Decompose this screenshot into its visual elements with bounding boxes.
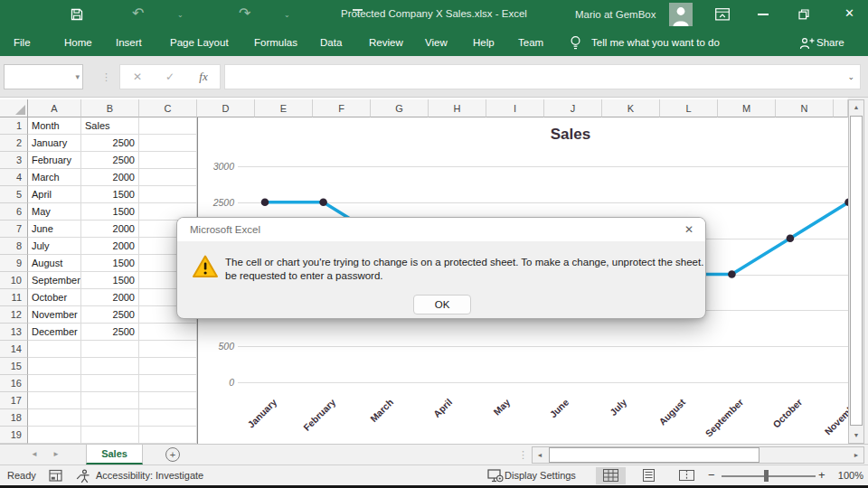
column-header-H[interactable]: H: [429, 99, 486, 117]
zoom-in-button[interactable]: +: [818, 465, 826, 485]
separator-dots-icon[interactable]: ⋮: [101, 64, 111, 89]
row-header-13[interactable]: 13: [0, 324, 28, 341]
cell-B6[interactable]: 1500: [81, 203, 139, 221]
cell-B9[interactable]: 1500: [81, 255, 139, 272]
row-header-3[interactable]: 3: [0, 152, 28, 169]
tab-formulas[interactable]: Formulas: [254, 29, 297, 56]
cell-C5[interactable]: [139, 186, 197, 203]
zoom-slider-thumb[interactable]: [764, 470, 769, 482]
accessibility-icon[interactable]: [76, 469, 92, 483]
cell-C2[interactable]: [139, 135, 197, 152]
horizontal-scroll-thumb[interactable]: [549, 447, 760, 463]
row-header-10[interactable]: 10: [0, 272, 28, 289]
cell-A13[interactable]: December: [28, 324, 81, 341]
cell-C14[interactable]: [139, 341, 197, 358]
cell-C4[interactable]: [139, 169, 197, 186]
minimize-icon[interactable]: [758, 14, 769, 15]
column-header-L[interactable]: L: [660, 99, 718, 117]
column-header-A[interactable]: A: [28, 99, 81, 117]
horizontal-scrollbar[interactable]: ◄ ►: [532, 446, 864, 464]
cell-B19[interactable]: [81, 427, 139, 444]
cell-B10[interactable]: 1500: [81, 272, 139, 289]
tab-home[interactable]: Home: [64, 29, 92, 56]
restore-icon[interactable]: [798, 9, 809, 20]
cell-B7[interactable]: 2000: [81, 221, 139, 238]
cell-B16[interactable]: [81, 375, 139, 392]
tell-me-box[interactable]: Tell me what you want to do: [591, 29, 720, 56]
cell-B13[interactable]: 2500: [81, 324, 139, 341]
cell-A4[interactable]: March: [28, 169, 81, 186]
row-header-19[interactable]: 19: [0, 427, 28, 444]
cell-C19[interactable]: [139, 427, 197, 444]
column-header-G[interactable]: G: [371, 99, 429, 117]
column-header-J[interactable]: J: [544, 99, 602, 117]
column-header-N[interactable]: N: [776, 99, 834, 117]
sheet-nav-next-icon[interactable]: ►: [52, 448, 60, 461]
column-header-K[interactable]: K: [602, 99, 660, 117]
sheet-nav-prev-icon[interactable]: ◄: [31, 448, 38, 461]
redo-dropdown-icon[interactable]: ⌄: [284, 12, 290, 19]
column-header-D[interactable]: D: [197, 99, 255, 117]
accessibility-status[interactable]: Accessibility: Investigate: [96, 465, 203, 485]
add-sheet-button[interactable]: +: [165, 447, 180, 462]
display-settings-button[interactable]: Display Settings: [505, 465, 576, 485]
tab-review[interactable]: Review: [369, 29, 403, 56]
cell-C3[interactable]: [139, 152, 197, 169]
cell-B3[interactable]: 2500: [81, 152, 139, 169]
cell-A16[interactable]: [28, 375, 81, 392]
enter-icon[interactable]: ✓: [160, 65, 180, 89]
row-header-15[interactable]: 15: [0, 358, 28, 375]
avatar[interactable]: [669, 3, 693, 26]
column-header-partial[interactable]: [834, 99, 848, 117]
column-header-F[interactable]: F: [313, 99, 371, 117]
row-header-12[interactable]: 12: [0, 306, 28, 324]
cell-A3[interactable]: February: [28, 152, 81, 169]
row-header-17[interactable]: 17: [0, 392, 28, 409]
ok-button[interactable]: OK: [413, 295, 471, 314]
formula-expand-icon[interactable]: ⌄: [847, 65, 854, 89]
cell-C17[interactable]: [139, 392, 197, 409]
cell-A12[interactable]: November: [28, 306, 81, 324]
select-all-corner[interactable]: [0, 99, 28, 117]
tab-view[interactable]: View: [425, 29, 448, 56]
save-icon[interactable]: [70, 7, 84, 22]
share-button[interactable]: Share: [816, 29, 844, 56]
cell-A1[interactable]: Month: [28, 117, 81, 135]
zoom-slider[interactable]: [722, 475, 816, 477]
row-header-1[interactable]: 1: [0, 117, 28, 135]
column-header-M[interactable]: M: [718, 99, 776, 117]
cell-B18[interactable]: [81, 409, 139, 427]
row-header-14[interactable]: 14: [0, 341, 28, 358]
cell-C15[interactable]: [139, 358, 197, 375]
cell-C16[interactable]: [139, 375, 197, 392]
tab-team[interactable]: Team: [518, 29, 543, 56]
tab-insert[interactable]: Insert: [116, 29, 142, 56]
cell-A7[interactable]: June: [28, 221, 81, 238]
cell-B4[interactable]: 2000: [81, 169, 139, 186]
name-box-dropdown-icon[interactable]: ▾: [75, 65, 80, 89]
cell-A5[interactable]: April: [28, 186, 81, 203]
cell-B2[interactable]: 2500: [81, 135, 139, 152]
cell-B12[interactable]: 2500: [81, 306, 139, 324]
row-header-4[interactable]: 4: [0, 169, 28, 186]
close-icon[interactable]: ✕: [844, 6, 854, 20]
cell-C18[interactable]: [139, 409, 197, 427]
cell-B17[interactable]: [81, 392, 139, 409]
row-header-8[interactable]: 8: [0, 238, 28, 255]
cell-A15[interactable]: [28, 358, 81, 375]
cell-B5[interactable]: 1500: [81, 186, 139, 203]
view-normal-button[interactable]: [596, 467, 626, 484]
customize-quick-access-toolbar-icon[interactable]: ⌄: [353, 9, 363, 17]
cell-B11[interactable]: 2000: [81, 289, 139, 306]
cell-A14[interactable]: [28, 341, 81, 358]
cancel-icon[interactable]: ✕: [127, 65, 147, 89]
cell-B1[interactable]: Sales: [81, 117, 139, 135]
cell-A11[interactable]: October: [28, 289, 81, 306]
cell-A10[interactable]: September: [28, 272, 81, 289]
undo-dropdown-icon[interactable]: ⌄: [177, 12, 184, 19]
cell-A8[interactable]: July: [28, 238, 81, 255]
tab-scroll-divider-icon[interactable]: ⋮: [518, 446, 528, 464]
column-header-C[interactable]: C: [139, 99, 197, 117]
row-header-7[interactable]: 7: [0, 221, 28, 238]
vertical-scrollbar[interactable]: ▲ ▼: [848, 99, 864, 444]
